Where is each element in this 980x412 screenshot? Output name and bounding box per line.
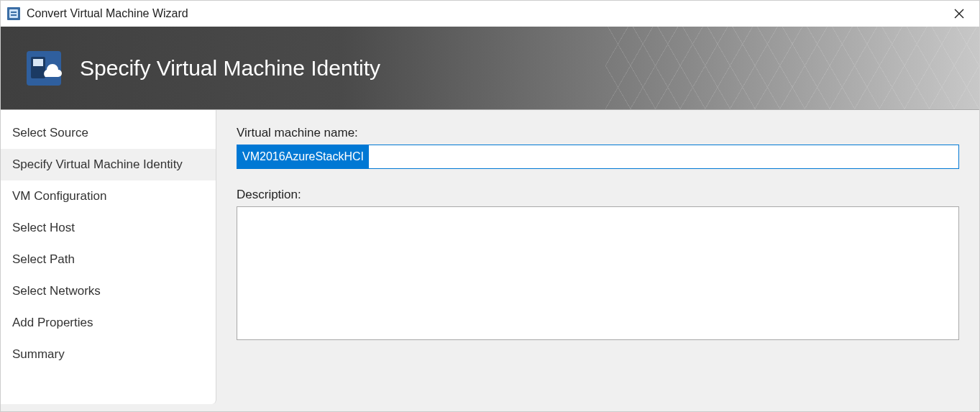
vm-name-input[interactable] [237,145,959,169]
sidebar-item-vm-configuration[interactable]: VM Configuration [1,180,216,212]
titlebar: Convert Virtual Machine Wizard [1,1,979,27]
sidebar-item-select-networks[interactable]: Select Networks [1,275,216,307]
sidebar-item-label: Select Host [12,221,75,234]
sidebar-item-label: Add Properties [12,316,93,329]
sidebar-item-summary[interactable]: Summary [1,339,216,370]
sidebar-item-select-host[interactable]: Select Host [1,212,216,244]
sidebar-item-specify-vm-identity[interactable]: Specify Virtual Machine Identity [1,149,216,180]
header-band: Specify Virtual Machine Identity [1,27,979,110]
close-button[interactable] [945,4,974,24]
close-icon [954,9,964,19]
sidebar-item-select-source[interactable]: Select Source [1,117,216,149]
svg-rect-1 [9,9,18,18]
vm-name-label: Virtual machine name: [237,126,959,140]
sidebar-item-label: Specify Virtual Machine Identity [12,157,183,171]
vm-name-input-wrap: VM2016AzureStackHCI [237,145,959,169]
description-label: Description: [237,188,959,202]
sidebar-item-label: VM Configuration [12,189,106,203]
page-heading: Specify Virtual Machine Identity [80,56,380,81]
main-panel: Virtual machine name: VM2016AzureStackHC… [216,110,979,411]
wizard-steps-sidebar: Select Source Specify Virtual Machine Id… [1,110,216,404]
vm-cloud-icon [24,48,64,88]
sidebar-item-label: Summary [12,347,65,361]
wizard-window: Convert Virtual Machine Wizard Specify V… [0,0,980,412]
sidebar-item-label: Select Path [12,252,75,266]
sidebar-item-add-properties[interactable]: Add Properties [1,307,216,339]
svg-rect-8 [33,59,43,66]
sidebar-item-select-path[interactable]: Select Path [1,244,216,275]
svg-rect-2 [11,12,17,13]
sidebar-item-label: Select Source [12,126,88,139]
sidebar-item-label: Select Networks [12,284,101,298]
body-area: Select Source Specify Virtual Machine Id… [1,110,979,411]
window-title: Convert Virtual Machine Wizard [27,7,945,20]
header-pattern [605,27,979,109]
svg-rect-3 [11,14,17,16]
app-icon [6,6,21,21]
description-input[interactable] [237,206,959,340]
